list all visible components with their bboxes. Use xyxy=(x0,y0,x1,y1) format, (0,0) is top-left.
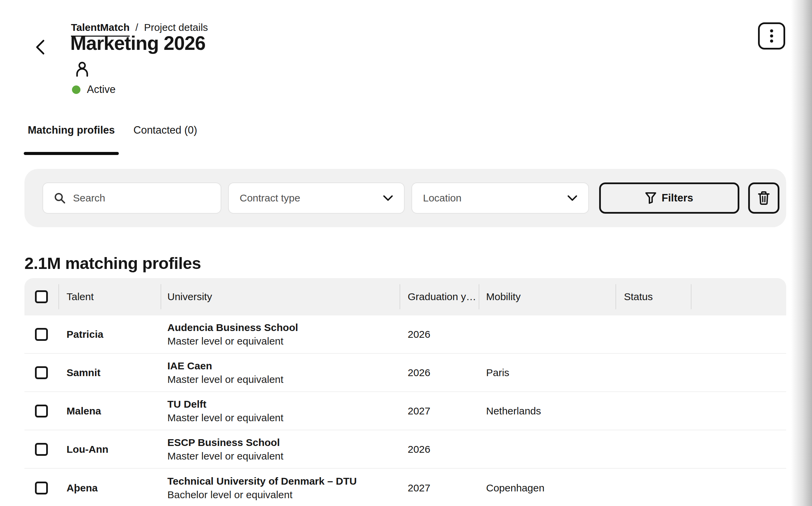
graduation-year: 2026 xyxy=(400,367,479,378)
column-header-status: Status xyxy=(615,291,691,303)
graduation-year: 2026 xyxy=(400,444,479,455)
talent-name: Lou-Ann xyxy=(58,444,161,455)
kebab-menu-icon xyxy=(770,29,774,43)
select-all-checkbox[interactable] xyxy=(35,290,48,303)
project-details-page: TalentMatch / Project details Marketing … xyxy=(0,0,812,506)
mobility: Netherlands xyxy=(479,405,615,417)
column-divider xyxy=(400,284,400,309)
column-header-graduation-year: Graduation y… xyxy=(400,291,479,303)
contract-type-label: Contract type xyxy=(240,192,300,204)
project-status: Active xyxy=(72,83,115,96)
column-divider xyxy=(479,284,479,309)
degree-level: Master level or equivalent xyxy=(167,334,400,348)
chevron-left-icon xyxy=(35,39,45,55)
column-divider xyxy=(615,284,616,309)
tab-contacted[interactable]: Contacted (0) xyxy=(133,124,197,136)
graduation-year: 2027 xyxy=(400,405,479,417)
table-row[interactable]: Lou-Ann ESCP Business School Master leve… xyxy=(24,430,786,469)
trash-icon xyxy=(758,191,770,205)
degree-level: Master level or equivalent xyxy=(167,373,400,386)
filter-bar: Contract type Location Filters xyxy=(24,169,786,227)
talent-name: Aþena xyxy=(58,482,161,494)
university-name: Technical University of Denmark – DTU xyxy=(167,474,400,488)
clear-filters-button[interactable] xyxy=(748,182,779,214)
status-dot-icon xyxy=(72,85,80,94)
status-label: Active xyxy=(87,83,115,96)
tab-matching-profiles[interactable]: Matching profiles xyxy=(24,124,119,136)
column-divider xyxy=(691,284,691,309)
column-header-university: University xyxy=(161,291,400,303)
filters-button[interactable]: Filters xyxy=(599,182,739,214)
location-select[interactable]: Location xyxy=(411,182,589,214)
chevron-down-icon xyxy=(383,195,393,201)
mobility: Paris xyxy=(479,367,615,378)
funnel-icon xyxy=(645,192,656,204)
person-icon xyxy=(75,62,89,77)
results-count-heading: 2.1M matching profiles xyxy=(24,254,201,273)
page-title: Marketing 2026 xyxy=(70,32,205,54)
table-row[interactable]: Patricia Audencia Business School Master… xyxy=(24,315,786,354)
table-header-row: Talent University Graduation y… Mobility… xyxy=(24,278,786,315)
university-name: IAE Caen xyxy=(167,359,400,373)
back-button[interactable] xyxy=(33,38,48,56)
row-checkbox[interactable] xyxy=(35,405,48,417)
search-field[interactable] xyxy=(42,182,221,214)
contract-type-select[interactable]: Contract type xyxy=(228,182,405,214)
row-checkbox[interactable] xyxy=(35,328,48,341)
talent-name: Samnit xyxy=(58,367,161,378)
degree-level: Bachelor level or equivalent xyxy=(167,488,400,502)
column-header-mobility: Mobility xyxy=(479,291,615,303)
university-name: ESCP Business School xyxy=(167,436,400,449)
degree-level: Master level or equivalent xyxy=(167,449,400,463)
graduation-year: 2026 xyxy=(400,329,479,340)
degree-level: Master level or equivalent xyxy=(167,411,400,425)
matching-profiles-table: Talent University Graduation y… Mobility… xyxy=(24,278,786,506)
column-divider xyxy=(161,284,161,309)
row-checkbox[interactable] xyxy=(35,482,48,494)
chevron-down-icon xyxy=(567,195,577,201)
row-checkbox[interactable] xyxy=(35,443,48,456)
table-row[interactable]: Malena TU Delft Master level or equivale… xyxy=(24,392,786,430)
university-name: Audencia Business School xyxy=(167,321,400,334)
more-options-button[interactable] xyxy=(758,22,785,50)
column-divider xyxy=(58,284,59,309)
mobility: Copenhagen xyxy=(479,482,615,494)
table-row[interactable]: Samnit IAE Caen Master level or equivale… xyxy=(24,354,786,392)
row-checkbox[interactable] xyxy=(35,366,48,379)
graduation-year: 2027 xyxy=(400,482,479,494)
location-label: Location xyxy=(423,192,461,204)
talent-name: Patricia xyxy=(58,329,161,340)
active-tab-underline xyxy=(24,152,119,155)
header-checkbox-cell xyxy=(24,290,58,303)
column-header-talent: Talent xyxy=(58,291,161,303)
talent-name: Malena xyxy=(58,405,161,417)
page-edge-gradient xyxy=(791,0,812,506)
search-icon xyxy=(54,192,66,204)
search-input[interactable] xyxy=(73,192,209,204)
university-name: TU Delft xyxy=(167,397,400,411)
table-row[interactable]: Aþena Technical University of Denmark – … xyxy=(24,469,786,506)
filters-button-label: Filters xyxy=(662,192,693,204)
